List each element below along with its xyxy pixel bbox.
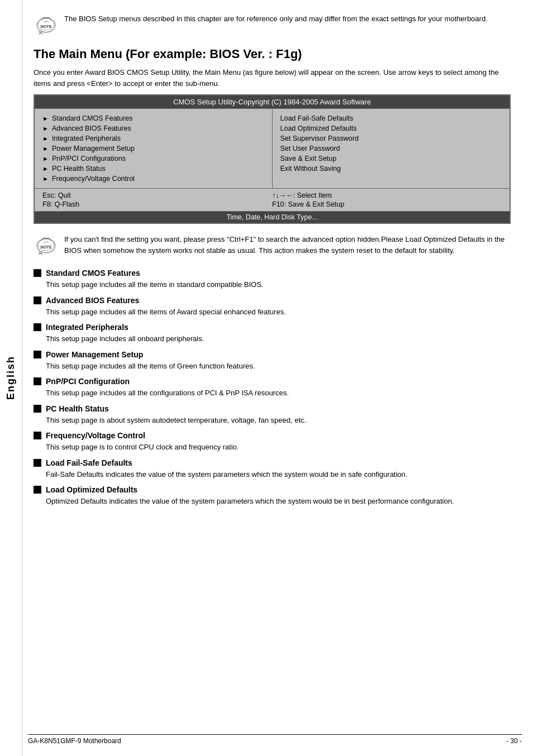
- bios-footer-f8: F8: Q-Flash: [42, 200, 272, 209]
- bios-left-item-6: ► Frequency/Voltage Control: [42, 174, 264, 184]
- bios-table-body: ► Standard CMOS Features ► Advanced BIOS…: [35, 108, 510, 188]
- feature-2: Integrated Peripherals This setup page i…: [34, 323, 511, 344]
- bios-left-label-1: Advanced BIOS Features: [52, 125, 131, 132]
- note2-box: NOTE If you can't find the setting you w…: [34, 232, 511, 259]
- intro-text: Once you enter Award BIOS CMOS Setup Uti…: [34, 67, 511, 89]
- note1-icon: NOTE: [34, 11, 59, 38]
- features-list: Standard CMOS Features This setup page i…: [34, 269, 511, 507]
- feature-7: Load Fail-Safe Defaults Fail-Safe Defaul…: [34, 458, 511, 480]
- svg-text:NOTE: NOTE: [41, 24, 52, 29]
- feature-desc-4: This setup page includes all the configu…: [46, 387, 511, 399]
- bios-footer-arrows: ↑↓→←: Select Item: [272, 191, 502, 200]
- bios-right-item-4: Save & Exit Setup: [280, 154, 502, 164]
- bios-arrow-4: ►: [42, 155, 49, 162]
- feature-desc-6: This setup page is to control CPU clock …: [46, 442, 511, 453]
- bios-footer-left: Esc: Quit F8: Q-Flash: [42, 191, 272, 209]
- sidebar-label: English: [5, 356, 17, 400]
- feature-8: Load Optimized Defaults Optimized Defaul…: [34, 485, 511, 507]
- bios-left-item-2: ► Integrated Peripherals: [42, 133, 264, 143]
- feature-1: Advanced BIOS Features This setup page i…: [34, 296, 511, 318]
- feature-title-2: Integrated Peripherals: [46, 323, 129, 332]
- feature-desc-5: This setup page is about system autodete…: [46, 415, 511, 426]
- feature-bullet-4: [34, 377, 41, 385]
- bios-right-item-1: Load Optimized Defaults: [280, 123, 502, 133]
- main-content: NOTE The BIOS Setup menus described in t…: [28, 0, 522, 524]
- bios-arrow-6: ►: [42, 175, 49, 182]
- feature-title-7: Load Fail-Safe Defaults: [46, 458, 132, 467]
- bios-footer-esc: Esc: Quit: [42, 191, 272, 200]
- bios-table: CMOS Setup Utility-Copyright (C) 1984-20…: [34, 94, 511, 224]
- feature-desc-1: This setup page includes all the items o…: [46, 307, 511, 318]
- svg-text:NOTE: NOTE: [41, 245, 52, 250]
- note2-text: If you can't find the setting you want, …: [64, 232, 511, 256]
- footer-left: GA-K8N51GMF-9 Motherboard: [28, 737, 121, 745]
- feature-desc-3: This setup page includes all the items o…: [46, 361, 511, 372]
- note2-icon: NOTE: [34, 232, 59, 259]
- bios-left-label-4: PnP/PCI Configurations: [52, 155, 126, 162]
- bios-table-footer: Esc: Quit F8: Q-Flash ↑↓→←: Select Item …: [35, 188, 510, 211]
- feature-bullet-8: [34, 486, 41, 494]
- bios-left-item-4: ► PnP/PCI Configurations: [42, 154, 264, 164]
- bios-arrow-5: ►: [42, 165, 49, 172]
- feature-6: Frequency/Voltage Control This setup pag…: [34, 431, 511, 453]
- bios-left-item-0: ► Standard CMOS Features: [42, 113, 264, 123]
- bios-left-item-5: ► PC Health Status: [42, 164, 264, 174]
- bios-left-label-6: Frequency/Voltage Control: [52, 175, 135, 183]
- feature-heading-1: Advanced BIOS Features: [34, 296, 511, 305]
- bios-right-item-2: Set Supervisor Password: [280, 133, 502, 143]
- main-heading: The Main Menu (For example: BIOS Ver. : …: [34, 47, 511, 61]
- feature-heading-2: Integrated Peripherals: [34, 323, 511, 332]
- feature-4: PnP/PCI Configuration This setup page in…: [34, 377, 511, 399]
- bios-table-title: CMOS Setup Utility-Copyright (C) 1984-20…: [35, 95, 510, 108]
- bios-left-label-5: PC Health Status: [52, 165, 106, 173]
- bios-status-bar: Time, Date, Hard Disk Type...: [35, 211, 510, 223]
- feature-title-3: Power Management Setup: [46, 350, 143, 359]
- feature-heading-8: Load Optimized Defaults: [34, 485, 511, 494]
- feature-bullet-3: [34, 351, 41, 358]
- bios-left-item-1: ► Advanced BIOS Features: [42, 123, 264, 133]
- feature-bullet-6: [34, 432, 41, 439]
- feature-bullet-0: [34, 269, 41, 277]
- feature-5: PC Health Status This setup page is abou…: [34, 404, 511, 426]
- feature-desc-7: Fail-Safe Defaults indicates the value o…: [46, 469, 511, 480]
- page-footer: GA-K8N51GMF-9 Motherboard - 30 -: [28, 734, 522, 745]
- feature-title-0: Standard CMOS Features: [46, 269, 140, 277]
- feature-title-5: PC Health Status: [46, 404, 109, 413]
- bios-arrow-3: ►: [42, 145, 49, 152]
- note1-box: NOTE The BIOS Setup menus described in t…: [34, 11, 511, 38]
- feature-desc-2: This setup page includes all onboard per…: [46, 333, 511, 344]
- feature-bullet-1: [34, 296, 41, 304]
- feature-desc-8: Optimized Defaults indicates the value o…: [46, 496, 511, 507]
- bios-right-item-3: Set User Password: [280, 143, 502, 154]
- bios-left-item-3: ► Power Management Setup: [42, 143, 264, 154]
- bios-footer-right: ↑↓→←: Select Item F10: Save & Exit Setup: [272, 191, 502, 209]
- feature-title-1: Advanced BIOS Features: [46, 296, 139, 305]
- feature-bullet-7: [34, 459, 41, 467]
- feature-heading-4: PnP/PCI Configuration: [34, 377, 511, 386]
- bios-arrow-1: ►: [42, 125, 49, 132]
- note1-text: The BIOS Setup menus described in this c…: [64, 11, 488, 25]
- feature-desc-0: This setup page includes all the items i…: [46, 279, 511, 290]
- feature-bullet-5: [34, 405, 41, 413]
- bios-left-label-3: Power Management Setup: [52, 145, 135, 152]
- bios-arrow-0: ►: [42, 115, 49, 122]
- feature-heading-6: Frequency/Voltage Control: [34, 431, 511, 440]
- feature-0: Standard CMOS Features This setup page i…: [34, 269, 511, 290]
- bios-right-item-5: Exit Without Saving: [280, 164, 502, 174]
- feature-heading-3: Power Management Setup: [34, 350, 511, 359]
- bios-right-col: Load Fail-Safe Defaults Load Optimized D…: [273, 109, 510, 188]
- bios-right-item-0: Load Fail-Safe Defaults: [280, 113, 502, 123]
- bios-left-col: ► Standard CMOS Features ► Advanced BIOS…: [35, 109, 273, 188]
- footer-right: - 30 -: [506, 737, 522, 745]
- feature-heading-5: PC Health Status: [34, 404, 511, 413]
- bios-left-label-0: Standard CMOS Features: [52, 114, 133, 122]
- feature-bullet-2: [34, 323, 41, 331]
- feature-heading-0: Standard CMOS Features: [34, 269, 511, 277]
- feature-title-6: Frequency/Voltage Control: [46, 431, 145, 440]
- feature-title-8: Load Optimized Defaults: [46, 485, 137, 494]
- feature-title-4: PnP/PCI Configuration: [46, 377, 130, 386]
- bios-arrow-2: ►: [42, 135, 49, 142]
- feature-heading-7: Load Fail-Safe Defaults: [34, 458, 511, 467]
- feature-3: Power Management Setup This setup page i…: [34, 350, 511, 372]
- bios-footer-f10: F10: Save & Exit Setup: [272, 200, 502, 209]
